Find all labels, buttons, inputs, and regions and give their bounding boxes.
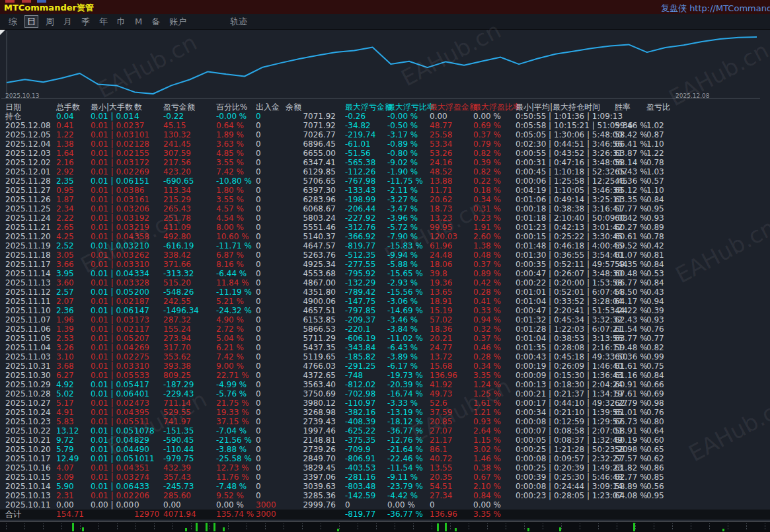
cell-hold-time: 0:00:19 | 0:26:09 | 1:46:40 <box>516 361 623 371</box>
table-row[interactable]: 2025.11.11 2.07 0.01 | 0.02 187 242.55 5… <box>0 297 770 306</box>
table-row[interactable]: 2025.10.20 5.79 0.01 | 0.04 490 -110.44 … <box>0 445 770 454</box>
table-row[interactable]: 2025.10.11 0.00 0.00 | 0.00 0 0.00 0.00 … <box>0 500 770 510</box>
menu-item[interactable]: 周 <box>44 16 56 27</box>
table-row[interactable]: 2025.11.20 4.25 0.01 | 0.04 358 492.80 1… <box>0 232 770 241</box>
table-row[interactable]: 2025.11.17 3.66 0.01 | 0.03 310 371.66 8… <box>0 260 770 269</box>
cell-date: 2025.11.03 <box>5 352 51 361</box>
activity-bar <box>337 529 339 531</box>
cell-pl-ratio: 0.39 <box>646 306 664 315</box>
cell-hold-time: 0:00:55 | 0:43:52 | 3:26:31 <box>516 149 623 158</box>
cell-max-float-loss-pct: -9.02 % <box>387 158 418 167</box>
menu-item[interactable]: 日 <box>24 15 38 28</box>
table-row[interactable]: 2025.10.13 2.31 0.01 | 0.02 206 285.60 9… <box>0 491 770 500</box>
table-row[interactable]: 2025.12.01 2.92 0.01 | 0.02 269 423.20 7… <box>0 167 770 176</box>
cell-minmax: 0.01 | 0.04 <box>91 269 134 278</box>
cell-hold-time: 0:01:30 | 0:36:55 | 3:54:40 <box>516 250 623 260</box>
table-row[interactable]: 2025.11.24 2.22 0.01 | 0.03 192 251.78 4… <box>0 213 770 223</box>
cell-balance: 5866.53 <box>286 324 336 334</box>
menu-item[interactable]: 巾 <box>115 16 128 27</box>
table-row[interactable]: 2025.11.06 1.39 0.01 | 0.02 117 155.24 2… <box>0 324 770 334</box>
menu-item[interactable]: 年 <box>97 16 110 27</box>
table-row[interactable]: 2025.10.15 3.09 0.01 | 0.03 274 357.43 1… <box>0 473 770 482</box>
table-row[interactable]: 2025.11.04 3.26 0.01 | 0.04 269 317.70 6… <box>0 343 770 352</box>
table-row[interactable]: 2025.10.31 3.68 0.01 | 0.03 310 393.38 9… <box>0 361 770 371</box>
cell-date: 2025.10.23 <box>5 417 51 426</box>
cell-win-rate: 65.12 % <box>615 186 648 195</box>
activity-bar <box>223 527 225 531</box>
cell-max-float-profit: 53.34 <box>430 139 452 149</box>
table-row[interactable]: 2025.11.05 2.53 0.01 | 0.05 207 273.94 5… <box>0 334 770 343</box>
table-row[interactable]: 2025.10.16 4.07 0.01 | 0.04 351 432.39 1… <box>0 463 770 473</box>
table-row[interactable]: 2025.10.14 5.90 0.01 | 0.06 433 -245.73 … <box>0 482 770 491</box>
menu-item[interactable]: M <box>133 16 144 27</box>
cell-minmax: 0.01 | 0.03 <box>91 204 134 213</box>
table-row[interactable]: 2025.10.23 5.83 0.01 | 0.05 511 741.97 3… <box>0 417 770 426</box>
activity-bar <box>72 523 74 531</box>
table-row[interactable]: 2025.12.04 1.38 0.01 | 0.02 128 241.45 3… <box>0 139 770 149</box>
cell-balance: 2849.70 <box>286 454 336 463</box>
cell-cash: 0 <box>256 463 261 473</box>
table-row[interactable]: 2025.11.18 3.05 0.01 | 0.03 262 338.42 6… <box>0 250 770 260</box>
cell-date: 2025.11.06 <box>5 324 51 334</box>
table-row[interactable]: 2025.11.12 2.57 0.01 | 0.05 200 -548.26 … <box>0 287 770 297</box>
cell-max-float-profit: 13.72 <box>430 352 452 361</box>
table-row[interactable]: 2025.10.17 12.49 0.01 | 0.05 1011 -979.7… <box>0 454 770 463</box>
cell-hold-time: 0:05:05 | 1:30:06 | 5:48:00 <box>516 130 623 139</box>
cell-max-float-profit-pct: 1.61 % <box>473 399 501 408</box>
cell-minmax: 0.01 | 0.04 <box>91 463 134 473</box>
menu-item[interactable]: 综 <box>7 16 19 27</box>
menu-item[interactable]: 账户 <box>167 16 188 27</box>
menu-item[interactable]: 季 <box>79 16 92 27</box>
table-row[interactable]: 2025.10.29 4.92 0.01 | 0.05 417 -187.29 … <box>0 380 770 389</box>
cell-minmax: 0.01 | 0.04 <box>91 232 134 241</box>
cell-max-float-loss: -112.26 <box>345 167 375 176</box>
cell-max-float-profit: 20.35 <box>430 473 452 482</box>
cell-pl-ratio: 0.93 <box>646 213 664 223</box>
table-row[interactable]: 2025.12.02 2.16 0.01 | 0.03 172 217.56 3… <box>0 158 770 167</box>
open-position-row[interactable]: 持仓 0.04 0.01 | 0.01 4 -0.22 -0.00 % 0 70… <box>0 112 770 121</box>
cell-max-float-loss-pct: -15.65 % <box>387 269 423 278</box>
cell-pl-ratio: 0.53 <box>646 269 664 278</box>
cell-balance: 3285.36 <box>286 491 336 500</box>
menu-item[interactable]: 轨迹 <box>228 16 249 27</box>
table-row[interactable]: 2025.11.03 3.10 0.01 | 0.02 275 353.62 7… <box>0 352 770 361</box>
cell-win-rate: 60.27 % <box>615 223 648 232</box>
table-row[interactable]: 2025.11.14 3.95 0.01 | 0.04 334 -313.32 … <box>0 269 770 278</box>
cell-pct: 135.74 % <box>216 510 254 519</box>
cell-date: 2025.10.11 <box>5 500 51 510</box>
table-row[interactable]: 2025.12.03 1.64 0.01 | 0.02 155 307.59 4… <box>0 149 770 158</box>
table-row[interactable]: 2025.11.19 2.52 0.01 | 0.03 210 -616.19 … <box>0 241 770 250</box>
menu-item[interactable]: 月 <box>61 16 74 27</box>
table-row[interactable]: 2025.10.21 9.72 0.01 | 0.04 829 -590.45 … <box>0 436 770 445</box>
menu-item[interactable]: 备 <box>149 16 162 27</box>
table-row[interactable]: 2025.10.22 13.12 0.01 | 0.05 1078 -151.3… <box>0 426 770 436</box>
cell-max-float-profit-pct: 0.34 % <box>473 361 501 371</box>
table-row[interactable]: 2025.11.25 2.34 0.01 | 0.03 206 265.43 4… <box>0 204 770 213</box>
cell-count: 334 <box>134 269 149 278</box>
cell-max-float-loss-pct: 0.00 % <box>387 500 415 510</box>
table-row[interactable]: 2025.10.28 5.02 0.01 | 0.06 401 -229.43 … <box>0 389 770 399</box>
table-row[interactable]: 2025.12.08 0.41 0.01 | 0.02 37 45.15 0.6… <box>0 121 770 130</box>
table-row[interactable]: 2025.11.28 2.35 0.01 | 0.06 151 -690.65 … <box>0 176 770 186</box>
table-row[interactable]: 2025.10.27 5.17 0.01 | 0.02 473 711.14 2… <box>0 399 770 408</box>
table-row[interactable]: 2025.11.21 2.65 0.01 | 0.03 219 411.09 8… <box>0 223 770 232</box>
table-row[interactable]: 2025.10.24 4.91 0.01 | 0.04 395 529.55 1… <box>0 408 770 417</box>
table-row[interactable]: 2025.11.10 2.36 0.01 | 0.06 147 -1496.34… <box>0 306 770 315</box>
cell-balance: 5551.46 <box>286 223 336 232</box>
table-row[interactable]: 2025.11.26 1.87 0.01 | 0.03 161 215.29 3… <box>0 195 770 204</box>
vendor-link[interactable]: 复盘侠 http://MTCommander <box>661 3 770 15</box>
table-row[interactable]: 2025.12.05 1.22 0.01 | 0.03 101 130.32 1… <box>0 130 770 139</box>
cell-date: 2025.11.05 <box>5 334 51 343</box>
cell-max-float-profit: 13.88 <box>430 176 452 186</box>
cell-count: 147 <box>134 306 149 315</box>
cell-max-float-loss: -142.59 <box>345 491 375 500</box>
cell-hold-time: 0:00:25 | 0:20:39 | 1:49:23 <box>516 463 623 473</box>
table-row[interactable]: 2025.10.30 6.27 0.01 | 0.05 533 809.25 2… <box>0 371 770 380</box>
table-row[interactable]: 2025.11.07 1.96 0.01 | 0.03 173 287.32 4… <box>0 315 770 324</box>
table-row[interactable]: 2025.11.13 3.60 0.01 | 0.03 328 515.20 1… <box>0 278 770 287</box>
cell-hold-time: 0:01:28 | 1:22:03 | 6:07:21 <box>516 324 623 334</box>
cell-max-float-loss-pct: -15.83 % <box>387 241 423 250</box>
cell-max-float-loss-pct: -3.47 % <box>387 204 418 213</box>
cell-balance: 5119.65 <box>286 352 336 361</box>
table-row[interactable]: 2025.11.27 0.95 0.01 | 0.03 86 113.34 1.… <box>0 186 770 195</box>
